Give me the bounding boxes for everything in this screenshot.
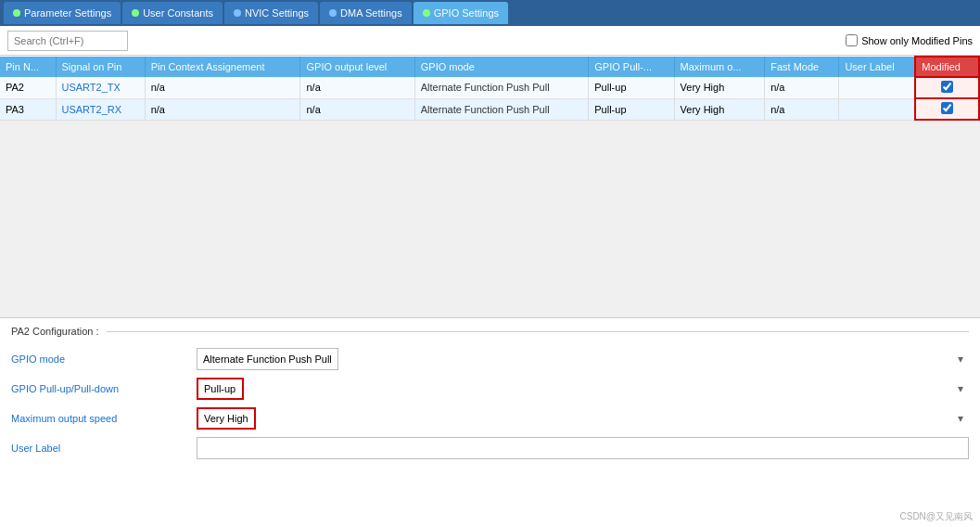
tab-dot-nvic xyxy=(234,9,241,17)
table-cell-0: PA3 xyxy=(0,98,56,120)
modified-checkbox[interactable] xyxy=(941,81,953,93)
col-header-modified[interactable]: Modified xyxy=(915,57,979,77)
tab-gpio-settings[interactable]: GPIO Settings xyxy=(414,2,508,24)
config-label-3: User Label xyxy=(11,443,197,454)
config-row-0: GPIO modeAlternate Function Push Pull xyxy=(11,348,969,370)
col-header-max-speed[interactable]: Maximum o... xyxy=(674,57,765,77)
table-cell-modified[interactable] xyxy=(915,98,979,120)
col-header-pull[interactable]: GPIO Pull-... xyxy=(589,57,674,77)
table-cell-6: Very High xyxy=(674,77,765,98)
config-select-wrapper-1: Pull-up xyxy=(197,378,969,400)
tab-user-constants[interactable]: User Constants xyxy=(122,2,223,24)
tab-dot-dma xyxy=(329,9,337,17)
col-header-user-label[interactable]: User Label xyxy=(839,57,915,77)
config-title: PA2 Configuration : xyxy=(11,326,969,337)
config-select-0[interactable]: Alternate Function Push Pull xyxy=(197,348,338,370)
show-modified-label: Show only Modified Pins xyxy=(861,35,973,46)
config-row-2: Maximum output speedVery High xyxy=(11,407,969,430)
config-select-wrapper-0: Alternate Function Push Pull xyxy=(197,348,969,370)
tab-label-gpio: GPIO Settings xyxy=(434,7,499,19)
toolbar: Show only Modified Pins xyxy=(0,26,980,56)
tab-nvic-settings[interactable]: NVIC Settings xyxy=(224,2,318,24)
table-cell-2: n/a xyxy=(145,98,300,120)
tab-dma-settings[interactable]: DMA Settings xyxy=(320,2,412,24)
config-select-2[interactable]: Very High xyxy=(197,407,256,430)
tab-dot-gpio xyxy=(423,9,430,17)
tab-bar: Parameter Settings User Constants NVIC S… xyxy=(0,0,980,26)
table-row[interactable]: PA3USART2_RXn/an/aAlternate Function Pus… xyxy=(0,98,979,120)
col-header-context[interactable]: Pin Context Assignement xyxy=(145,57,300,77)
tab-dot-user-constants xyxy=(132,9,139,17)
gpio-table: Pin N... Signal on Pin Pin Context Assig… xyxy=(0,56,980,121)
table-cell-8 xyxy=(839,77,915,98)
config-row-3: User Label xyxy=(11,437,969,459)
tab-label-user-constants: User Constants xyxy=(143,7,213,19)
config-input-3[interactable] xyxy=(197,437,969,459)
table-cell-7: n/a xyxy=(765,98,839,120)
config-title-text: PA2 Configuration : xyxy=(11,326,99,337)
show-modified-checkbox[interactable] xyxy=(846,34,858,46)
modified-checkbox[interactable] xyxy=(941,102,953,114)
col-header-signal[interactable]: Signal on Pin xyxy=(56,57,145,77)
col-header-output-level[interactable]: GPIO output level xyxy=(300,57,414,77)
table-cell-6: Very High xyxy=(674,98,765,120)
col-header-pin[interactable]: Pin N... xyxy=(0,57,56,77)
table-header-row: Pin N... Signal on Pin Pin Context Assig… xyxy=(0,57,979,77)
col-header-gpio-mode[interactable]: GPIO mode xyxy=(414,57,589,77)
tab-parameter-settings[interactable]: Parameter Settings xyxy=(4,2,121,24)
show-modified-container: Show only Modified Pins xyxy=(846,34,973,46)
tab-dot-parameter xyxy=(13,9,20,17)
tab-label-parameter: Parameter Settings xyxy=(24,7,111,19)
table-cell-4: Alternate Function Push Pull xyxy=(414,98,589,120)
table-cell-3: n/a xyxy=(300,98,414,120)
config-rows: GPIO modeAlternate Function Push PullGPI… xyxy=(11,348,969,459)
table-cell-5: Pull-up xyxy=(589,98,674,120)
table-body: PA2USART2_TXn/an/aAlternate Function Pus… xyxy=(0,77,979,120)
table-cell-0: PA2 xyxy=(0,77,56,98)
col-header-fast-mode[interactable]: Fast Mode xyxy=(765,57,839,77)
table-cell-2: n/a xyxy=(145,77,300,98)
gpio-table-container: Pin N... Signal on Pin Pin Context Assig… xyxy=(0,56,980,121)
table-cell-4: Alternate Function Push Pull xyxy=(414,77,589,98)
main-content: Show only Modified Pins Pin N... Signal … xyxy=(0,26,980,527)
table-cell-5: Pull-up xyxy=(589,77,674,98)
config-label-1: GPIO Pull-up/Pull-down xyxy=(11,383,197,394)
table-row[interactable]: PA2USART2_TXn/an/aAlternate Function Pus… xyxy=(0,77,979,98)
table-cell-8 xyxy=(839,98,915,120)
table-cell-7: n/a xyxy=(765,77,839,98)
config-label-2: Maximum output speed xyxy=(11,413,197,424)
tab-label-dma: DMA Settings xyxy=(340,7,402,19)
tab-label-nvic: NVIC Settings xyxy=(245,7,309,19)
table-cell-modified[interactable] xyxy=(915,77,979,98)
table-cell-1: USART2_TX xyxy=(56,77,145,98)
search-input[interactable] xyxy=(7,31,128,51)
config-row-1: GPIO Pull-up/Pull-downPull-up xyxy=(11,378,969,400)
config-label-0: GPIO mode xyxy=(11,353,197,365)
config-section: PA2 Configuration : GPIO modeAlternate F… xyxy=(0,317,980,527)
table-cell-3: n/a xyxy=(300,77,414,98)
watermark: CSDN@又见南风 xyxy=(900,510,974,523)
config-select-1[interactable]: Pull-up xyxy=(197,378,244,400)
table-cell-1: USART2_RX xyxy=(56,98,145,120)
config-select-wrapper-2: Very High xyxy=(197,407,969,430)
